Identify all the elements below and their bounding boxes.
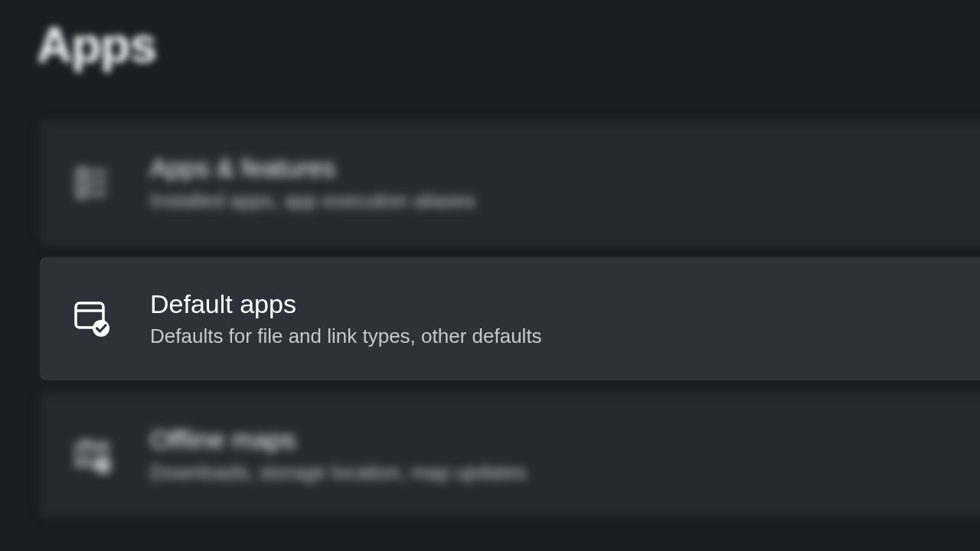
list-item-offline-maps[interactable]: Offline maps Downloads, storage location…	[40, 393, 980, 517]
item-description: Downloads, storage location, map updates	[150, 459, 526, 486]
item-description: Defaults for file and link types, other …	[150, 323, 542, 350]
item-description: Installed apps, app execution aliases	[150, 187, 475, 214]
item-title: Offline maps	[150, 423, 526, 456]
svg-point-6	[93, 320, 109, 337]
list-item-default-apps[interactable]: Default apps Defaults for file and link …	[40, 257, 980, 381]
apps-features-icon	[70, 161, 113, 204]
list-item-apps-features[interactable]: Apps & features Installed apps, app exec…	[40, 121, 980, 245]
offline-maps-icon	[70, 433, 113, 476]
item-title: Default apps	[150, 288, 542, 321]
page-title: Apps	[0, 0, 980, 73]
item-title: Apps & features	[150, 152, 475, 184]
default-apps-icon	[70, 297, 113, 340]
settings-list: Apps & features Installed apps, app exec…	[0, 121, 980, 517]
svg-rect-0	[78, 169, 86, 197]
